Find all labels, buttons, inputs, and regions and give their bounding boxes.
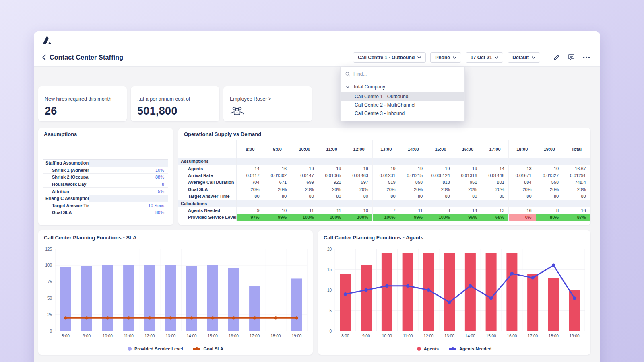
cell[interactable]: 20% xyxy=(563,186,590,193)
edit-button[interactable] xyxy=(551,52,562,63)
cell[interactable]: 20% xyxy=(237,186,264,193)
cell[interactable]: 8 xyxy=(536,207,564,214)
cell[interactable]: 748.4 xyxy=(563,179,590,185)
cell[interactable]: 80 xyxy=(536,193,564,200)
cell[interactable]: 14 xyxy=(237,165,264,171)
cell[interactable]: 99% xyxy=(400,214,427,220)
cell[interactable]: 11 xyxy=(318,207,346,214)
cell[interactable]: 0.01291 xyxy=(563,172,590,179)
filter-date[interactable]: 17 Oct 21 xyxy=(466,52,503,63)
cell[interactable]: 20% xyxy=(291,186,318,193)
cell[interactable]: 100% xyxy=(318,214,346,220)
cell[interactable]: 80 xyxy=(264,193,291,200)
cell[interactable]: 80 xyxy=(454,193,482,200)
cell[interactable]: 100% xyxy=(291,214,318,220)
cell[interactable]: 858 xyxy=(400,179,427,185)
assumption-value[interactable]: 5% xyxy=(89,188,168,195)
dropdown-item[interactable]: Call Centre 1 - Outbound xyxy=(341,92,464,101)
cell[interactable]: 16.67 xyxy=(563,165,590,171)
assumption-value[interactable]: 10% xyxy=(89,167,168,174)
cell[interactable]: 0.01302 xyxy=(264,172,291,179)
cell[interactable]: 100% xyxy=(373,214,400,220)
kpi-card-employee-roster[interactable]: Employee Roser > xyxy=(223,86,312,121)
cell[interactable]: 13 xyxy=(509,165,536,171)
cell[interactable]: 20% xyxy=(536,186,564,193)
assumption-value[interactable]: 80% xyxy=(89,209,168,216)
cell[interactable]: 19 xyxy=(427,165,454,171)
dropdown-item[interactable]: Call Centre 2 - MultiChannel xyxy=(341,101,464,109)
cell[interactable]: 671 xyxy=(264,179,291,185)
cell[interactable]: 921 xyxy=(318,179,346,185)
cell[interactable]: 0.0117 xyxy=(237,172,264,179)
cell[interactable]: 19 xyxy=(454,165,482,171)
cell[interactable]: 80 xyxy=(318,193,346,200)
cell[interactable]: 0.01327 xyxy=(536,172,564,179)
cell[interactable]: 80 xyxy=(400,193,427,200)
filter-call-centre[interactable]: Call Centre 1 - Outbound xyxy=(353,52,426,63)
cell[interactable]: 10 xyxy=(536,165,564,171)
cell[interactable]: 68% xyxy=(481,214,509,220)
cell[interactable]: 80 xyxy=(237,193,264,200)
cell[interactable]: 0.01671 xyxy=(509,172,536,179)
cell[interactable]: 80 xyxy=(509,193,536,200)
cell[interactable]: 884 xyxy=(509,179,536,185)
cell[interactable]: 80 xyxy=(563,193,590,200)
cell[interactable]: 11 xyxy=(400,207,427,214)
cell[interactable]: 0.0147 xyxy=(291,172,318,179)
back-button[interactable] xyxy=(42,54,46,60)
cell[interactable]: 0% xyxy=(509,214,536,220)
cell[interactable]: 0.01316 xyxy=(454,172,482,179)
cell[interactable]: 20% xyxy=(481,186,509,193)
assumption-value[interactable]: 8 xyxy=(89,181,168,188)
cell[interactable]: 0.01215 xyxy=(400,172,427,179)
cell[interactable]: 80% xyxy=(536,214,564,220)
cell[interactable]: 16 xyxy=(563,207,590,214)
cell[interactable]: 19 xyxy=(291,165,318,171)
cell[interactable]: 80 xyxy=(291,193,318,200)
cell[interactable]: 16 xyxy=(264,165,291,171)
cell[interactable]: 0.01446 xyxy=(481,172,509,179)
cell[interactable]: 818 xyxy=(427,179,454,185)
cell[interactable]: 10 xyxy=(345,207,373,214)
cell[interactable]: 20% xyxy=(454,186,482,193)
comments-button[interactable] xyxy=(566,52,577,63)
cell[interactable]: 9 xyxy=(237,207,264,214)
cell[interactable]: 8 xyxy=(427,207,454,214)
cell[interactable]: 20% xyxy=(427,186,454,193)
cell[interactable]: 519 xyxy=(373,179,400,185)
cell[interactable]: 14 xyxy=(454,207,482,214)
cell[interactable]: 0.01231 xyxy=(373,172,400,179)
cell[interactable]: 951 xyxy=(454,179,482,185)
cell[interactable]: 100% xyxy=(345,214,373,220)
cell[interactable]: 704 xyxy=(237,179,264,185)
cell[interactable]: 699 xyxy=(291,179,318,185)
cell[interactable]: 13 xyxy=(481,207,509,214)
cell[interactable]: 100% xyxy=(427,214,454,220)
cell[interactable]: 19 xyxy=(373,165,400,171)
cell[interactable]: 0.01065 xyxy=(318,172,346,179)
cell[interactable]: 80 xyxy=(373,193,400,200)
cell[interactable]: 20% xyxy=(509,186,536,193)
cell[interactable]: 11 xyxy=(291,207,318,214)
cell[interactable]: 20% xyxy=(264,186,291,193)
dropdown-group-total-company[interactable]: Total Company xyxy=(341,82,464,92)
cell[interactable]: 19 xyxy=(400,165,427,171)
cell[interactable]: 80 xyxy=(427,193,454,200)
cell[interactable]: 20% xyxy=(345,186,373,193)
more-button[interactable] xyxy=(581,52,592,63)
cell[interactable]: 96% xyxy=(454,214,482,220)
cell[interactable]: 19 xyxy=(345,165,373,171)
cell[interactable]: 14 xyxy=(481,165,509,171)
cell[interactable]: 801 xyxy=(481,179,509,185)
cell[interactable]: 80 xyxy=(481,193,509,200)
cell[interactable]: 0.01463 xyxy=(345,172,373,179)
filter-view[interactable]: Default xyxy=(508,52,540,63)
cell[interactable]: 597 xyxy=(345,179,373,185)
cell[interactable]: 87% xyxy=(563,214,590,220)
filter-channel[interactable]: Phone xyxy=(430,52,461,63)
cell[interactable]: 99% xyxy=(264,214,291,220)
cell[interactable]: 558 xyxy=(536,179,564,185)
dropdown-search-input[interactable] xyxy=(353,71,460,77)
cell[interactable]: 80 xyxy=(345,193,373,200)
cell[interactable]: 20% xyxy=(400,186,427,193)
